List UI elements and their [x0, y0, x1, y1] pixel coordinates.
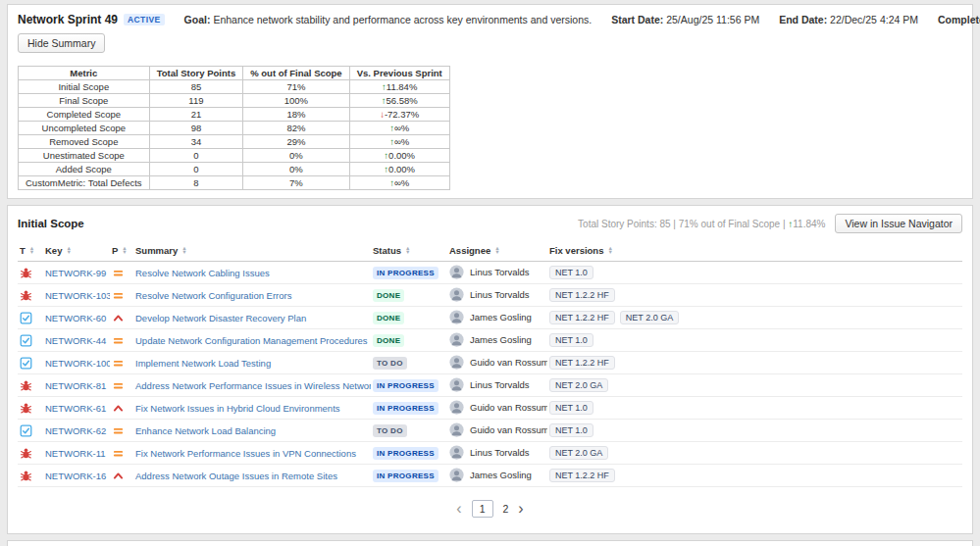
column-header-summary[interactable]: Summary▲▼ — [133, 242, 371, 262]
issue-summary-link[interactable]: Update Network Configuration Management … — [135, 335, 368, 346]
summary-cell: Implement Network Load Testing — [133, 352, 371, 374]
bug-icon — [20, 267, 32, 279]
column-header-assignee[interactable]: Assignee▲▼ — [447, 242, 547, 262]
summary-cell: Fix Network Issues in Hybrid Cloud Envir… — [133, 397, 371, 420]
issue-summary-link[interactable]: Fix Network Performance Issues in VPN Co… — [135, 448, 356, 459]
issue-key-link[interactable]: NETWORK-100 — [45, 358, 110, 369]
column-label: Summary — [135, 245, 178, 256]
hide-summary-button[interactable]: Hide Summary — [18, 33, 105, 53]
column-label: Fix versions — [549, 245, 603, 256]
issue-key-link[interactable]: NETWORK-99 — [45, 268, 106, 278]
assignee-name: James Gosling — [470, 312, 532, 323]
issue-summary-link[interactable]: Enhance Network Load Balancing — [135, 425, 276, 436]
status-cell: DONE — [371, 307, 447, 329]
column-label: Status — [373, 245, 401, 256]
pct-of-final-scope-value: 29% — [243, 135, 349, 149]
sort-icon: ▲▼ — [66, 246, 71, 255]
status-lozenge: IN PROGRESS — [373, 447, 438, 460]
issue-summary-link[interactable]: Address Network Outage Issues in Remote … — [135, 471, 337, 481]
prev-page-button[interactable]: ‹ — [456, 501, 461, 517]
assignee-name: Linus Torvalds — [470, 447, 530, 458]
sprint-summary-panel: Network Sprint 49 ACTIVE Goal: Enhance n… — [7, 4, 973, 199]
issue-summary-link[interactable]: Resolve Network Configuration Errors — [135, 290, 291, 301]
issue-key-link[interactable]: NETWORK-16 — [45, 471, 106, 481]
total-story-points-value: 34 — [149, 135, 243, 149]
key-cell: NETWORK-11 — [43, 442, 110, 465]
issue-summary-link[interactable]: Develop Network Disaster Recovery Plan — [135, 313, 306, 323]
initial-scope-table: T▲▼Key▲▼P▲▼Summary▲▼Status▲▼Assignee▲▼Fi… — [18, 242, 962, 487]
summary-row: Final Scope119100%↑56.58% — [19, 94, 450, 108]
sort-icon: ▲▼ — [607, 246, 612, 255]
type-cell — [18, 397, 43, 420]
priority-cell — [110, 329, 133, 352]
issue-key-link[interactable]: NETWORK-44 — [45, 335, 106, 346]
vs-previous-sprint-value: ↑∞% — [349, 176, 449, 190]
medium-priority-icon — [112, 379, 125, 392]
initial-scope-section: Initial Scope Total Story Points: 85 | 7… — [7, 205, 973, 534]
sprint-name: Network Sprint 49 — [18, 13, 118, 26]
priority-cell — [110, 262, 133, 284]
column-header-p[interactable]: P▲▼ — [110, 242, 133, 262]
metric-label: Added Scope — [19, 163, 150, 176]
issue-row: NETWORK-44Update Network Configuration M… — [18, 329, 962, 352]
sprint-end-date: End Date: 22/Dec/25 4:24 PM — [779, 14, 918, 25]
status-cell: TO DO — [371, 420, 447, 442]
issue-key-link[interactable]: NETWORK-61 — [45, 403, 106, 414]
total-story-points-value: 0 — [149, 163, 243, 176]
page-1-button[interactable]: 1 — [472, 500, 493, 518]
summary-row: Unestimated Scope00%↑0.00% — [19, 149, 450, 163]
summary-cell: Fix Network Performance Issues in VPN Co… — [133, 442, 371, 465]
issue-key-link[interactable]: NETWORK-62 — [45, 425, 106, 436]
next-page-button[interactable]: › — [518, 501, 523, 517]
column-header-key[interactable]: Key▲▼ — [43, 242, 110, 262]
fix-version-tag: NET 1.2.2 HF — [549, 311, 615, 324]
user-avatar-icon — [449, 468, 464, 482]
goal-label: Goal: — [184, 14, 211, 25]
high-priority-icon — [112, 312, 125, 324]
column-header-status[interactable]: Status▲▼ — [371, 242, 447, 262]
vs-previous-sprint-value: ↑11.84% — [349, 80, 449, 94]
assignee-name: James Gosling — [470, 470, 532, 480]
issue-key-link[interactable]: NETWORK-11 — [45, 448, 106, 459]
issue-key-link[interactable]: NETWORK-103 — [45, 290, 110, 301]
page-2-button[interactable]: 2 — [503, 503, 509, 515]
vs-previous-sprint-value: ↑0.00% — [349, 149, 449, 163]
user-avatar-icon — [449, 332, 464, 347]
initial-scope-stats: Total Story Points: 85 | 71% out of Fina… — [578, 219, 825, 229]
status-lozenge: IN PROGRESS — [373, 402, 438, 415]
issue-row: NETWORK-81Address Network Performance Is… — [18, 374, 962, 397]
metric-label: CustomMetric: Total Defects — [19, 176, 150, 190]
assignee: James Gosling — [449, 332, 532, 347]
status-cell: IN PROGRESS — [371, 374, 447, 397]
assignee-cell: James Gosling — [447, 329, 547, 352]
assignee-name: Linus Torvalds — [470, 379, 530, 390]
issue-summary-link[interactable]: Address Network Performance Issues in Wi… — [135, 380, 371, 391]
column-label: Key — [45, 245, 62, 256]
issue-summary-link[interactable]: Resolve Network Cabling Issues — [135, 268, 270, 278]
assignee: Linus Torvalds — [449, 445, 530, 460]
status-cell: IN PROGRESS — [371, 465, 447, 487]
key-cell: NETWORK-103 — [43, 284, 110, 307]
column-header-fix-versions[interactable]: Fix versions▲▼ — [547, 242, 962, 262]
issue-key-link[interactable]: NETWORK-60 — [45, 313, 106, 323]
user-avatar-icon — [449, 445, 464, 460]
status-lozenge: TO DO — [373, 357, 407, 370]
metric-label: Uncompleted Scope — [19, 122, 150, 135]
issue-key-link[interactable]: NETWORK-81 — [45, 380, 106, 391]
fix-version-tag: NET 1.2.2 HF — [549, 356, 615, 370]
fix-version-tag: NET 2.0 GA — [549, 378, 608, 392]
column-header-t[interactable]: T▲▼ — [18, 242, 43, 262]
status-cell: DONE — [371, 329, 447, 352]
priority-cell — [110, 352, 133, 374]
pct-of-final-scope-value: 100% — [243, 94, 349, 108]
issue-summary-link[interactable]: Implement Network Load Testing — [135, 358, 271, 369]
status-cell: IN PROGRESS — [371, 442, 447, 465]
fix-versions-cell: NET 2.0 GA — [547, 374, 962, 397]
column-label: Assignee — [449, 245, 490, 256]
issue-summary-link[interactable]: Fix Network Issues in Hybrid Cloud Envir… — [135, 403, 340, 414]
assignee-name: Guido van Rossum — [470, 402, 547, 413]
view-in-issue-navigator-button[interactable]: View in Issue Navigator — [835, 214, 962, 233]
assignee-name: Guido van Rossum — [470, 357, 547, 368]
stats-delta: 11.84% — [793, 219, 825, 229]
metric-label: Removed Scope — [19, 135, 150, 149]
